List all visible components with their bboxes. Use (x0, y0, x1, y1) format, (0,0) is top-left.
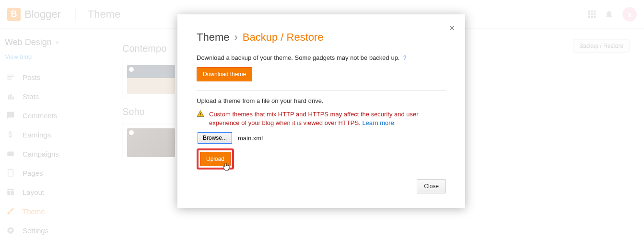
crumb-backup-restore: Backup / Restore (243, 31, 324, 44)
close-button[interactable]: Close (417, 179, 446, 193)
warning-text: Custom themes that mix HTTP and HTTPS ma… (209, 110, 446, 127)
warning-icon: ! (197, 110, 204, 117)
breadcrumb: Theme › Backup / Restore (197, 31, 446, 44)
close-icon[interactable]: ✕ (448, 23, 456, 34)
download-theme-button[interactable]: Download theme (197, 67, 252, 81)
crumb-separator: › (234, 31, 237, 44)
download-description: Download a backup of your theme. Some ga… (197, 54, 446, 61)
crumb-theme: Theme (197, 31, 229, 44)
divider (197, 90, 446, 91)
help-icon[interactable]: ? (403, 55, 407, 61)
file-selection-row: Browse... main.xml (198, 132, 446, 144)
backup-restore-modal: ✕ Theme › Backup / Restore Download a ba… (177, 14, 465, 208)
selected-filename: main.xml (238, 135, 263, 142)
browse-button[interactable]: Browse... (198, 132, 232, 144)
svg-text:!: ! (200, 112, 201, 116)
cursor-pointer-icon (222, 163, 230, 171)
upload-description: Upload a theme from a file on your hard … (197, 97, 446, 104)
upload-highlight: Upload (197, 148, 234, 170)
learn-more-link[interactable]: Learn more. (362, 119, 396, 126)
